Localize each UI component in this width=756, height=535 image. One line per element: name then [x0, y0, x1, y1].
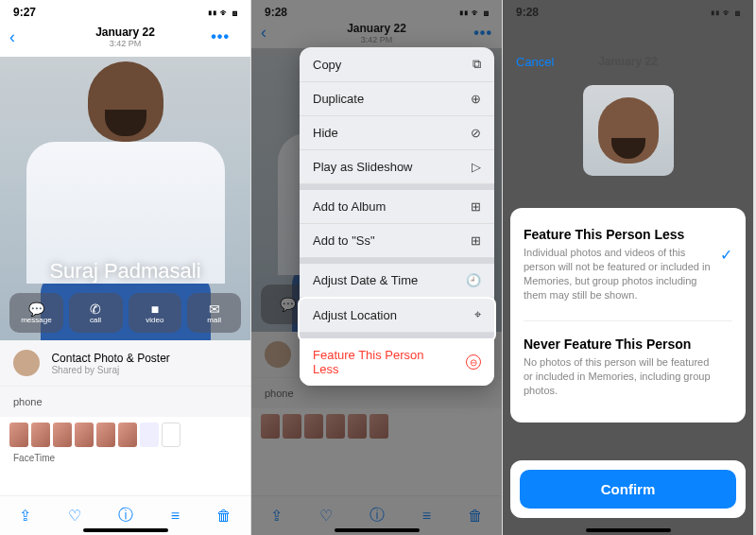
- divider: [524, 320, 732, 321]
- status-icons: ▮▮ ᯤ ▣: [208, 8, 237, 18]
- menu-add-album[interactable]: Add to Album⊞: [300, 190, 494, 224]
- nav-time: 3:42 PM: [0, 39, 250, 48]
- status-bar: 9:27 ▮▮ ᯤ ▣: [0, 0, 250, 21]
- option-title: Never Feature This Person: [524, 337, 732, 352]
- contact-name: Suraj Padmasali: [49, 259, 200, 284]
- nav-title: January 22 3:42 PM: [251, 22, 502, 44]
- status-time: 9:28: [516, 6, 539, 19]
- facetime-label: FaceTime: [0, 453, 250, 463]
- status-bar: 9:28 ▮▮ ᯤ ▣: [251, 0, 502, 21]
- adjust-icon[interactable]: ≡: [422, 508, 431, 525]
- info-icon[interactable]: ⓘ: [118, 506, 133, 526]
- nav-bar: ‹ January 22 3:42 PM •••: [251, 21, 502, 48]
- adjust-icon[interactable]: ≡: [171, 508, 180, 525]
- nav-date: January 22: [95, 26, 155, 39]
- message-icon: 💬: [28, 302, 44, 316]
- share-icon[interactable]: ⇪: [19, 507, 31, 525]
- photo-thumbnails[interactable]: [0, 417, 250, 453]
- confirm-button[interactable]: Confirm: [520, 470, 736, 509]
- status-icons: ▮▮ ᯤ ▣: [711, 8, 740, 18]
- clock-icon: 🕘: [466, 273, 481, 287]
- status-icons: ▮▮ ᯤ ▣: [459, 8, 489, 18]
- contact-poster-section[interactable]: Contact Photo & Poster Shared by Suraj: [0, 340, 250, 387]
- nav-date: January 22: [347, 22, 406, 35]
- nav-title: January 22 3:42 PM: [0, 26, 250, 48]
- menu-adjust-date[interactable]: Adjust Date & Time🕘: [300, 264, 494, 298]
- share-icon[interactable]: ⇪: [270, 507, 283, 525]
- menu-duplicate[interactable]: Duplicate⊕: [300, 82, 494, 116]
- home-indicator[interactable]: [83, 528, 168, 532]
- slideshow-icon: ▷: [472, 160, 481, 174]
- person-thumbnail: [583, 85, 674, 176]
- status-time: 9:28: [265, 6, 287, 19]
- hide-icon: ⊘: [471, 126, 481, 140]
- phone-field-label[interactable]: phone: [0, 387, 250, 417]
- screenshot-1: 9:27 ▮▮ ᯤ ▣ ‹ January 22 3:42 PM ••• Sur…: [0, 0, 251, 535]
- message-button[interactable]: 💬message: [9, 293, 63, 333]
- context-menu: Copy⧉ Duplicate⊕ Hide⊘ Play as Slideshow…: [300, 47, 494, 386]
- option-feature-less[interactable]: Feature This Person Less Individual phot…: [524, 223, 732, 315]
- avatar-icon: [13, 350, 40, 376]
- menu-adjust-location[interactable]: Adjust Location⌖: [300, 298, 494, 333]
- mail-icon: ✉: [209, 302, 220, 316]
- nav-time: 3:42 PM: [251, 35, 502, 44]
- option-never-feature[interactable]: Never Feature This Person No photos of t…: [524, 333, 732, 411]
- section-subtitle: Shared by Suraj: [51, 365, 169, 375]
- section-title: Contact Photo & Poster: [51, 352, 169, 365]
- mail-button[interactable]: ✉mail: [187, 293, 241, 333]
- option-desc: No photos of this person will be feature…: [524, 355, 732, 398]
- menu-slideshow[interactable]: Play as Slideshow▷: [300, 150, 494, 184]
- menu-copy[interactable]: Copy⧉: [300, 47, 494, 82]
- duplicate-icon: ⊕: [471, 92, 481, 106]
- confirm-highlight: Confirm: [510, 460, 746, 518]
- option-title: Feature This Person Less: [524, 227, 732, 242]
- status-bar: 9:28 ▮▮ ᯤ ▣: [503, 0, 753, 21]
- nav-date-dim: January 22: [598, 55, 658, 68]
- info-icon[interactable]: ⓘ: [369, 506, 385, 526]
- location-icon: ⌖: [474, 307, 481, 322]
- photo-thumbnails[interactable]: [251, 408, 502, 444]
- nav-bar: ‹ January 22 3:42 PM •••: [0, 21, 250, 57]
- feature-options-card: Feature This Person Less Individual phot…: [510, 208, 746, 423]
- video-icon: ■: [151, 302, 159, 316]
- status-time: 9:27: [13, 6, 36, 19]
- phone-icon: ✆: [90, 302, 101, 316]
- video-button[interactable]: ■video: [129, 293, 182, 333]
- call-button[interactable]: ✆call: [69, 293, 123, 333]
- favorite-icon[interactable]: ♡: [68, 507, 81, 525]
- contact-hero: Suraj Padmasali 💬message ✆call ■video ✉m…: [0, 57, 250, 340]
- avatar-icon: [265, 341, 291, 368]
- screenshot-2: 9:28 ▮▮ ᯤ ▣ ‹ January 22 3:42 PM ••• Sur…: [251, 0, 503, 535]
- cancel-button[interactable]: Cancel: [516, 55, 554, 69]
- menu-feature-less[interactable]: Feature This Person Less⊖: [300, 338, 494, 386]
- checkmark-icon: ✓: [720, 246, 732, 264]
- remove-icon: ⊖: [466, 354, 481, 370]
- album-icon: ⊞: [471, 199, 481, 214]
- menu-hide[interactable]: Hide⊘: [300, 116, 494, 150]
- menu-add-ss[interactable]: Add to "Ss"⊞: [300, 224, 494, 258]
- trash-icon[interactable]: 🗑: [216, 508, 232, 525]
- trash-icon[interactable]: 🗑: [468, 508, 483, 525]
- home-indicator[interactable]: [586, 528, 671, 532]
- favorite-icon[interactable]: ♡: [319, 507, 333, 525]
- option-desc: Individual photos and videos of this per…: [524, 246, 732, 302]
- screenshot-3: 9:28 ▮▮ ᯤ ▣ Cancel January 22 Feature Th…: [503, 0, 754, 535]
- copy-icon: ⧉: [472, 57, 481, 72]
- home-indicator[interactable]: [335, 528, 420, 532]
- album-icon: ⊞: [471, 233, 481, 248]
- hero-actions: 💬message ✆call ■video ✉mail: [0, 287, 250, 340]
